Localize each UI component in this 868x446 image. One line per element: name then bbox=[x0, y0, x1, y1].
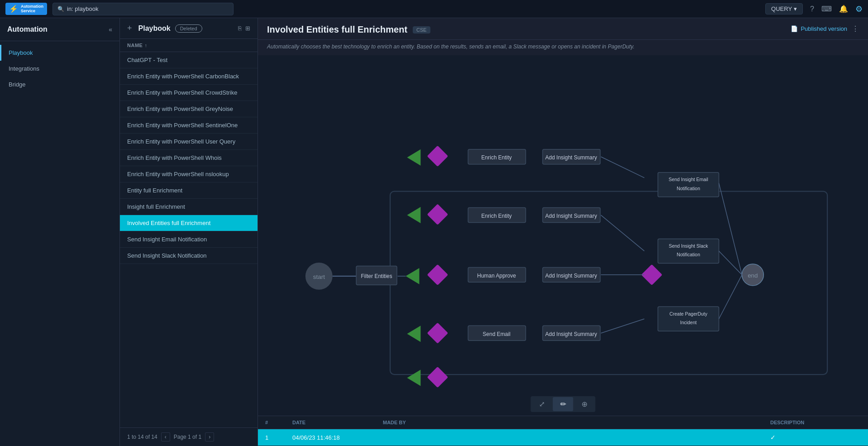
sidebar-title: Automation bbox=[7, 25, 48, 34]
published-version-button[interactable]: 📄 Published version bbox=[791, 25, 847, 32]
svg-rect-33 bbox=[641, 264, 663, 286]
svg-rect-6 bbox=[468, 149, 525, 164]
playbook-items: ChatGPT - Test Enrich Entity with PowerS… bbox=[120, 52, 258, 427]
svg-point-43 bbox=[742, 264, 763, 286]
row-num: 1 bbox=[265, 434, 292, 441]
sidebar-item-bridge[interactable]: Bridge bbox=[0, 77, 119, 92]
playbook-list-title: Playbook bbox=[138, 24, 171, 33]
svg-rect-14 bbox=[543, 208, 600, 223]
playbook-list-footer: 1 to 14 of 14 ‹ Page 1 of 1 › bbox=[120, 427, 258, 446]
svg-rect-8 bbox=[543, 149, 600, 164]
svg-line-50 bbox=[719, 183, 742, 275]
diagram-area: start Enrich Entity Add Insight Summary bbox=[258, 55, 868, 416]
settings-list-button[interactable]: ⊞ bbox=[245, 25, 250, 32]
share-button[interactable]: ⎘ bbox=[238, 25, 242, 32]
svg-text:Create PagerDuty: Create PagerDuty bbox=[669, 312, 708, 317]
list-item[interactable]: Enrich Entity with PowerShell Whois bbox=[120, 150, 258, 166]
edit-button[interactable]: ✏ bbox=[553, 397, 573, 411]
svg-marker-31 bbox=[407, 370, 421, 386]
main-layout: Automation « Playbook Integrations Bridg… bbox=[0, 18, 868, 446]
search-bar[interactable]: 🔍 bbox=[52, 3, 234, 15]
panel-header-right: 📄 Published version ⋮ bbox=[791, 24, 859, 33]
svg-rect-32 bbox=[427, 367, 448, 388]
list-item[interactable]: Enrich Entity with PowerShell CarbonBlac… bbox=[120, 68, 258, 85]
prev-page-button[interactable]: ‹ bbox=[161, 432, 170, 441]
svg-rect-12 bbox=[468, 208, 525, 223]
svg-rect-20 bbox=[427, 264, 448, 286]
svg-text:Enrich Entity: Enrich Entity bbox=[482, 154, 512, 161]
list-item[interactable]: Entity full Enrichment bbox=[120, 182, 258, 199]
sidebar-collapse-button[interactable]: « bbox=[109, 26, 112, 33]
row-date: 04/06/23 11:46:18 bbox=[292, 434, 383, 441]
list-item[interactable]: Enrich Entity with PowerShell SentinelOn… bbox=[120, 117, 258, 134]
svg-text:end: end bbox=[748, 272, 758, 279]
svg-rect-0 bbox=[258, 69, 868, 402]
search-input[interactable] bbox=[67, 5, 229, 12]
sidebar-nav: Playbook Integrations Bridge bbox=[0, 41, 119, 96]
svg-marker-4 bbox=[407, 149, 421, 166]
svg-text:Add Insight Summary: Add Insight Summary bbox=[545, 331, 597, 337]
versions-section: # DATE MADE BY DESCRIPTION 1 04/06/23 11… bbox=[258, 416, 868, 446]
list-item-active[interactable]: Involved Entities full Enrichment bbox=[120, 215, 258, 231]
playbook-list-actions: ⎘ ⊞ bbox=[238, 25, 250, 32]
list-item[interactable]: ChatGPT - Test bbox=[120, 52, 258, 68]
svg-rect-1 bbox=[390, 192, 827, 374]
svg-rect-11 bbox=[427, 204, 448, 225]
panel-title: Involved Entities full Enrichment bbox=[267, 24, 407, 35]
svg-rect-37 bbox=[658, 239, 719, 263]
list-item[interactable]: Enrich Entity with PowerShell User Query bbox=[120, 134, 258, 150]
svg-line-47 bbox=[601, 215, 644, 251]
add-playbook-button[interactable]: + bbox=[127, 24, 132, 33]
svg-line-51 bbox=[719, 251, 742, 274]
query-button[interactable]: QUERY ▾ bbox=[765, 3, 803, 14]
playbook-list: + Playbook Deleted ⎘ ⊞ NAME ↑ ChatGPT - … bbox=[120, 18, 258, 446]
list-item[interactable]: Enrich Entity with PowerShell nslookup bbox=[120, 166, 258, 182]
col-date: DATE bbox=[292, 420, 383, 425]
list-name-header: NAME ↑ bbox=[120, 39, 258, 52]
page-info: Page 1 of 1 bbox=[174, 434, 201, 440]
svg-text:Add Insight Summary: Add Insight Summary bbox=[545, 273, 597, 279]
versions-table-header: # DATE MADE BY DESCRIPTION bbox=[258, 416, 868, 429]
svg-point-2 bbox=[305, 263, 333, 290]
list-item[interactable]: Enrich Entity with PowerShell GreyNoise bbox=[120, 101, 258, 117]
diagram-toolbar: ⤢ ✏ ⊕ bbox=[531, 396, 596, 412]
logo-icon: ⚡ bbox=[9, 5, 18, 13]
table-row[interactable]: 1 04/06/23 11:46:18 ✓ bbox=[258, 429, 868, 446]
svg-text:Enrich Entity: Enrich Entity bbox=[482, 213, 512, 219]
left-sidebar: Automation « Playbook Integrations Bridg… bbox=[0, 18, 120, 446]
expand-button[interactable]: ⤢ bbox=[532, 397, 552, 411]
svg-line-49 bbox=[601, 319, 644, 333]
list-item[interactable]: Send Insight Email Notification bbox=[120, 231, 258, 248]
sidebar-item-playbook[interactable]: Playbook bbox=[0, 45, 119, 61]
col-description: DESCRIPTION bbox=[770, 420, 861, 425]
svg-text:Notification: Notification bbox=[677, 186, 700, 191]
col-made-by: MADE BY bbox=[383, 420, 770, 425]
main-panel-header: Involved Entities full Enrichment CSE 📄 … bbox=[258, 18, 868, 40]
svg-rect-23 bbox=[543, 267, 600, 282]
list-item[interactable]: Enrich Entity with PowerShell CrowdStrik… bbox=[120, 85, 258, 101]
list-item[interactable]: Send Insight Slack Notification bbox=[120, 248, 258, 264]
svg-text:Incident: Incident bbox=[680, 320, 697, 325]
svg-text:Send Insight Slack: Send Insight Slack bbox=[669, 244, 708, 249]
sidebar-item-integrations[interactable]: Integrations bbox=[0, 61, 119, 77]
help-button[interactable]: ? bbox=[810, 5, 814, 13]
svg-line-52 bbox=[719, 275, 742, 319]
next-page-button[interactable]: › bbox=[205, 432, 214, 441]
svg-rect-17 bbox=[356, 266, 397, 285]
svg-text:start: start bbox=[313, 273, 325, 280]
row-description: ✓ bbox=[770, 434, 861, 441]
svg-text:Notification: Notification bbox=[677, 252, 700, 257]
svg-line-46 bbox=[601, 157, 644, 177]
list-item[interactable]: Insight full Enrichment bbox=[120, 199, 258, 215]
svg-rect-5 bbox=[427, 145, 448, 167]
bell-button[interactable]: 🔔 bbox=[839, 5, 848, 13]
app-logo: ⚡ Automation Service bbox=[5, 3, 47, 15]
top-nav-right: QUERY ▾ ? ⌨ 🔔 ⚙ bbox=[765, 3, 863, 14]
check-icon: ✓ bbox=[770, 434, 776, 441]
col-num: # bbox=[265, 420, 292, 425]
settings-diagram-button[interactable]: ⊕ bbox=[574, 397, 595, 411]
keyboard-button[interactable]: ⌨ bbox=[821, 5, 832, 13]
settings-button[interactable]: ⚙ bbox=[855, 4, 863, 14]
more-options-button[interactable]: ⋮ bbox=[852, 24, 859, 33]
svg-text:Add Insight Summary: Add Insight Summary bbox=[545, 154, 597, 161]
